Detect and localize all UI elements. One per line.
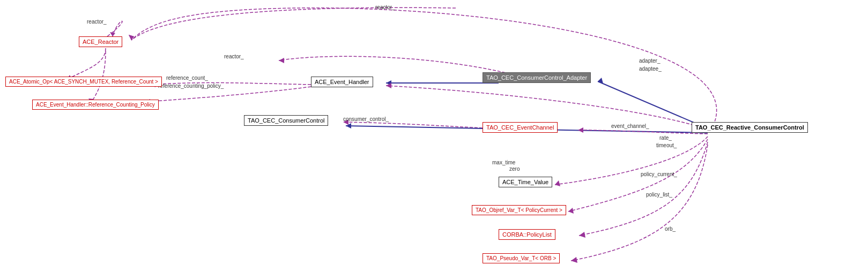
node-tao-pseudo-var[interactable]: TAO_Pseudo_Var_T< ORB >: [483, 253, 560, 263]
label-adaptee: adaptee_: [639, 66, 662, 72]
svg-marker-17: [568, 208, 574, 214]
svg-marker-16: [555, 180, 560, 186]
svg-marker-3: [129, 35, 134, 40]
diagram-container: reactor_ reactor_ reactor_ reference_cou…: [0, 0, 868, 280]
svg-marker-8: [279, 58, 284, 63]
edges-svg: [0, 0, 868, 280]
svg-marker-21: [386, 83, 391, 88]
node-ace-reactor[interactable]: ACE_Reactor: [79, 36, 122, 47]
node-ace-event-handler-ref[interactable]: ACE_Event_Handler::Reference_Counting_Po…: [32, 100, 159, 110]
node-tao-cec-consumer-control-adapter[interactable]: TAO_CEC_ConsumerControl_Adapter: [483, 72, 591, 83]
node-ace-atomic-op[interactable]: ACE_Atomic_Op< ACE_SYNCH_MUTEX, Referenc…: [5, 77, 162, 87]
label-consumer-control: consumer_control_: [343, 116, 389, 122]
node-corba-policy-list[interactable]: CORBA::PolicyList: [499, 229, 555, 240]
svg-marker-13: [598, 78, 603, 84]
svg-marker-5: [386, 80, 391, 86]
label-rate: rate_: [659, 135, 672, 141]
label-zero: zero: [509, 166, 520, 172]
svg-marker-18: [579, 232, 585, 238]
label-policy-list: policy_list_: [646, 192, 672, 198]
label-policy-current: policy_current_: [641, 171, 677, 177]
svg-line-12: [598, 81, 708, 128]
node-ace-time-value[interactable]: ACE_Time_Value: [499, 177, 552, 187]
label-adapter: adapter_: [639, 58, 660, 64]
label-reactor-top: reactor_: [87, 19, 107, 25]
svg-marker-20: [129, 35, 134, 40]
label-timeout: timeout_: [656, 142, 677, 148]
label-event-channel: event_channel_: [611, 123, 649, 129]
label-orb: orb_: [665, 226, 676, 232]
label-reference-count: reference_count_: [166, 75, 208, 81]
node-tao-objref-var[interactable]: TAO_Objref_Var_T< PolicyCurrent >: [472, 205, 566, 215]
svg-marker-14: [578, 127, 583, 133]
node-ace-event-handler[interactable]: ACE_Event_Handler: [311, 77, 373, 87]
svg-marker-19: [571, 257, 577, 263]
label-reactor-top2: reactor_: [375, 4, 395, 10]
svg-marker-11: [346, 123, 351, 128]
node-tao-cec-event-channel[interactable]: TAO_CEC_EventChannel: [483, 122, 558, 133]
label-reactor-mid: reactor_: [224, 54, 244, 59]
node-tao-cec-reactive[interactable]: TAO_CEC_Reactive_ConsumerControl: [692, 122, 808, 133]
svg-marker-0: [110, 32, 115, 36]
label-max-time: max_time: [492, 160, 515, 165]
label-reference-counting-policy: reference_counting_policy_: [158, 83, 224, 89]
node-tao-cec-consumer-control[interactable]: TAO_CEC_ConsumerControl: [244, 115, 328, 126]
